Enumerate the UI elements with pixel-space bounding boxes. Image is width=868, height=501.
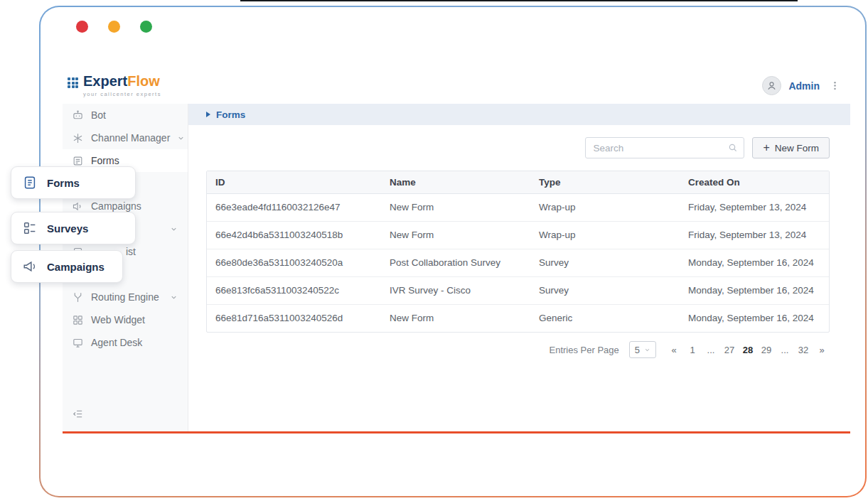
cell-id: 66e3eade4fd1160032126e47 xyxy=(207,193,381,221)
sidebar-item-label: Bot xyxy=(91,109,106,121)
minimize-window-button[interactable] xyxy=(108,21,120,33)
table-row[interactable]: 66e3eade4fd1160032126e47 New Form Wrap-u… xyxy=(207,193,829,221)
cell-created-on: Friday, September 13, 2024 xyxy=(680,193,829,221)
cell-name: IVR Survey - Cisco xyxy=(381,276,530,304)
pager-page[interactable]: 29 xyxy=(759,341,774,358)
user-area: Admin xyxy=(762,76,843,95)
sidebar-item-label: Channel Manager xyxy=(91,132,170,144)
table-header-row: ID Name Type Created On xyxy=(207,171,829,193)
sidebar-item-agent-desk[interactable]: Agent Desk xyxy=(63,331,188,354)
avatar[interactable] xyxy=(762,76,781,95)
search-icon xyxy=(727,142,739,153)
window-top-edge xyxy=(240,0,798,1)
person-icon xyxy=(766,80,778,92)
pager-page[interactable]: 32 xyxy=(795,341,811,358)
bot-icon xyxy=(72,109,84,122)
forms-table: ID Name Type Created On 66e3eade4fd11600… xyxy=(206,171,830,333)
pager-page-current[interactable]: 28 xyxy=(740,341,756,358)
callout-campaigns[interactable]: Campaigns xyxy=(11,250,123,283)
sidebar-item-label: Routing Engine xyxy=(91,291,159,303)
cell-created-on: Friday, September 13, 2024 xyxy=(680,221,829,249)
chevron-down-icon xyxy=(177,134,185,142)
expertflow-logo: ExpertFlow your callcenter experts xyxy=(68,74,161,97)
cell-id: 66e80de36a5311003240520a xyxy=(207,249,381,276)
close-window-button[interactable] xyxy=(76,21,88,33)
expertflow-app: ExpertFlow your callcenter experts Admin xyxy=(63,68,850,433)
callout-surveys[interactable]: Surveys xyxy=(11,212,136,244)
pager-page[interactable]: 27 xyxy=(722,341,737,358)
window-controls xyxy=(76,21,152,33)
logo-grid-icon xyxy=(68,77,78,88)
sidebar-item-web-widget[interactable]: Web Widget xyxy=(63,308,188,331)
logo-word-primary: Expert xyxy=(83,73,127,89)
cell-type: Survey xyxy=(530,249,680,276)
collapse-sidebar-icon xyxy=(72,408,84,420)
callout-forms[interactable]: Forms xyxy=(11,166,136,199)
user-name: Admin xyxy=(788,80,820,92)
agent-desk-icon xyxy=(72,337,84,349)
campaigns-icon xyxy=(22,259,38,274)
search-box xyxy=(585,137,744,158)
chevron-down-icon xyxy=(170,293,178,301)
cell-name: New Form xyxy=(381,221,530,249)
chevron-down-icon xyxy=(644,347,650,353)
pagination: Entries Per Page 5 « 1 ... 27 28 29 xyxy=(206,341,830,358)
pager-prev[interactable]: « xyxy=(666,341,682,358)
cell-name: New Form xyxy=(381,304,530,332)
cell-created-on: Monday, September 16, 2024 xyxy=(680,249,829,276)
callout-label: Campaigns xyxy=(47,261,105,273)
pager: « 1 ... 27 28 29 ... 32 » xyxy=(666,341,830,358)
cell-id: 66e42d4b6a5311003240518b xyxy=(207,221,381,249)
channel-manager-icon xyxy=(72,132,84,144)
screen: { "frame": { "traffic_lights": [ { "name… xyxy=(0,0,868,501)
cell-id: 66e81d716a5311003240526d xyxy=(207,304,381,332)
new-form-button[interactable]: + New Form xyxy=(752,137,830,158)
cell-name: Post Collaboration Survey xyxy=(381,249,530,276)
breadcrumb-arrow-icon xyxy=(206,112,210,117)
chevron-down-icon xyxy=(170,225,178,233)
browser-window-content: ExpertFlow your callcenter experts Admin xyxy=(41,7,865,496)
column-header-name: Name xyxy=(381,171,530,193)
sidebar-item-label: Web Widget xyxy=(91,314,145,325)
plus-icon: + xyxy=(763,142,769,153)
web-widget-icon xyxy=(72,314,84,326)
callout-label: Surveys xyxy=(47,222,88,235)
column-header-id: ID xyxy=(207,171,381,193)
sidebar-item-routing-engine[interactable]: Routing Engine xyxy=(63,286,188,308)
cell-type: Generic xyxy=(530,304,680,332)
sidebar-item-bot[interactable]: Bot xyxy=(63,104,188,126)
zoom-window-button[interactable] xyxy=(140,21,152,33)
sidebar-collapse-button[interactable] xyxy=(72,408,84,420)
logo-tagline: your callcenter experts xyxy=(83,91,161,97)
table-row[interactable]: 66e80de36a5311003240520a Post Collaborat… xyxy=(207,249,829,276)
sidebar-item-label: Agent Desk xyxy=(91,337,142,348)
breadcrumb: Forms xyxy=(188,104,850,125)
breadcrumb-current[interactable]: Forms xyxy=(216,109,245,120)
sidebar-item-label: ist xyxy=(126,246,136,257)
entries-per-page-select[interactable]: 5 xyxy=(629,341,656,358)
new-form-button-label: New Form xyxy=(775,143,819,153)
column-header-created-on: Created On xyxy=(680,171,829,193)
toolbar: + New Form xyxy=(206,137,830,158)
logo-word-secondary: Flow xyxy=(127,73,160,89)
pager-next[interactable]: » xyxy=(814,341,830,358)
main-content: Forms + New xyxy=(188,104,850,431)
search-input[interactable] xyxy=(585,137,744,158)
table-row[interactable]: 66e42d4b6a5311003240518b New Form Wrap-u… xyxy=(207,221,829,249)
column-header-type: Type xyxy=(530,171,680,193)
app-body: Bot Channel Manager xyxy=(63,104,850,431)
cell-name: New Form xyxy=(381,193,530,221)
kebab-menu-icon[interactable] xyxy=(827,78,843,93)
pager-page[interactable]: 1 xyxy=(685,341,700,358)
sidebar-item-channel-manager[interactable]: Channel Manager xyxy=(63,126,188,149)
surveys-icon xyxy=(22,220,38,236)
bottom-divider xyxy=(63,431,850,433)
app-header: ExpertFlow your callcenter experts Admin xyxy=(63,68,850,104)
forms-icon xyxy=(22,175,38,190)
logo-wordmark: ExpertFlow xyxy=(83,76,160,88)
table-row[interactable]: 66e813fc6a5311003240522c IVR Survey - Ci… xyxy=(207,276,829,304)
browser-window: ExpertFlow your callcenter experts Admin xyxy=(39,6,867,497)
table-row[interactable]: 66e81d716a5311003240526d New Form Generi… xyxy=(207,304,829,332)
cell-type: Survey xyxy=(530,276,680,304)
pager-ellipsis: ... xyxy=(703,341,719,358)
